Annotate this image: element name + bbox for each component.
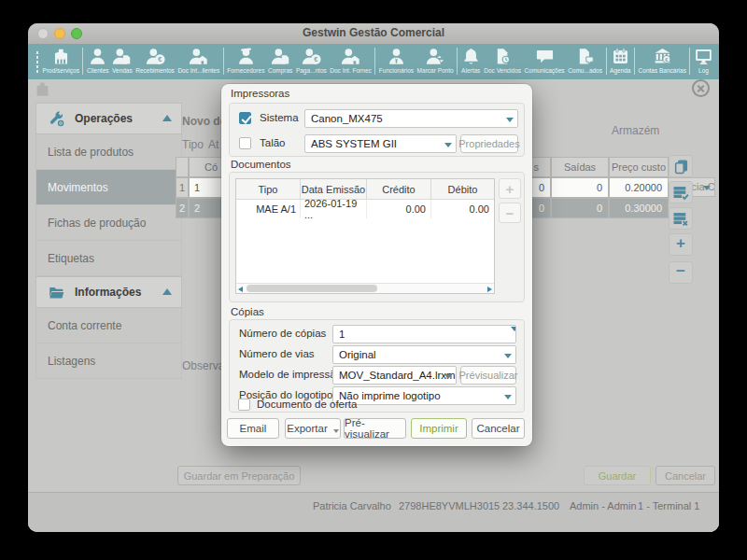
chevron-down-icon: [444, 374, 452, 379]
grid-cell-saidas[interactable]: 0: [551, 177, 609, 198]
chevron-down-icon: [504, 354, 512, 358]
col-credito[interactable]: Crédito: [367, 179, 431, 200]
grid-cell-saidas[interactable]: 0: [551, 198, 609, 218]
cancelar-button[interactable]: Cancelar: [655, 466, 715, 485]
sidebar-group-informacoes[interactable]: Informações: [35, 276, 182, 308]
sistema-checkbox[interactable]: [239, 112, 251, 124]
talao-printer-select[interactable]: ABS SYSTEM GII: [304, 134, 457, 153]
remove-document-button[interactable]: −: [499, 203, 521, 223]
col-debito[interactable]: Débito: [431, 179, 494, 200]
delete-lines-icon: [673, 211, 689, 227]
add-document-button[interactable]: +: [499, 178, 521, 199]
email-button[interactable]: Email: [227, 418, 279, 439]
horizontal-scrollbar[interactable]: [236, 283, 494, 293]
toolbar-contas-bancarias[interactable]: € Contas Bancárias: [639, 47, 686, 74]
status-admin: Admin - Admin: [570, 500, 637, 511]
sistema-printer-select[interactable]: Canon_MX475: [304, 109, 518, 128]
collapse-icon[interactable]: [162, 110, 172, 121]
toolbar-funcionarios[interactable]: Funcionários: [379, 47, 414, 74]
toolbar-doc-int-clientes[interactable]: Doc Int...lientes: [177, 47, 219, 74]
grid-cell-preco[interactable]: 0.30000: [609, 198, 669, 218]
sidebar-item-fichas-de-producao[interactable]: Fichas de produção: [35, 205, 182, 241]
grid-cell-preco[interactable]: 0.20000: [609, 177, 669, 198]
svg-text:€: €: [158, 55, 162, 63]
sidebar-item-listagens[interactable]: Listagens: [35, 343, 182, 379]
cell-debito[interactable]: 0.00: [431, 200, 494, 218]
close-view-icon[interactable]: [692, 79, 710, 97]
toolbar-drag-handle[interactable]: [35, 50, 39, 73]
exportar-button[interactable]: Exportar: [285, 418, 341, 439]
sidebar-item-movimentos[interactable]: Movimentos: [35, 170, 182, 205]
documento-oferta-label: Documento de oferta: [257, 399, 357, 410]
previsualizar-modelo-button[interactable]: Prévisualizar: [460, 366, 516, 385]
dialog-cancelar-button[interactable]: Cancelar: [472, 418, 525, 439]
confirm-lines-button[interactable]: [669, 181, 693, 203]
copies-section-title: Cópias: [231, 306, 264, 317]
chevron-down-icon: [333, 429, 339, 433]
remove-line-button[interactable]: [669, 261, 693, 284]
talao-checkbox[interactable]: [239, 137, 251, 149]
grid-row-number: 1: [176, 177, 189, 198]
scroll-left-icon[interactable]: [238, 287, 243, 292]
toolbar-agenda[interactable]: Agenda: [610, 47, 630, 74]
sidebar-item-lista-de-produtos[interactable]: Lista de produtos: [35, 134, 182, 170]
collapse-icon[interactable]: [162, 284, 172, 295]
toolbar-prod-servicos[interactable]: Prod/serviços: [43, 47, 79, 74]
person-doc-icon: [112, 47, 132, 66]
cell-tipo[interactable]: MAE A/1: [236, 200, 301, 218]
toolbar-doc-int-fornec[interactable]: Doc Int. Fornec: [330, 47, 371, 74]
person-cap-icon: [236, 47, 256, 66]
num-copias-label: Número de cópias: [239, 328, 326, 339]
cell-data-emissao[interactable]: 2026-01-19 ...: [301, 200, 367, 218]
toolbar-fornecedores[interactable]: Fornecedores: [227, 47, 264, 74]
col-data-emissao[interactable]: Data Emissão: [301, 179, 367, 200]
modelo-select[interactable]: MOV_Standard_A4.lrxml: [332, 366, 457, 385]
toolbar-separator: [374, 48, 375, 75]
delete-lines-button[interactable]: [669, 207, 693, 230]
main-toolbar: Prod/serviços Clientes Vendas € Recebime…: [28, 44, 719, 79]
module-tab-icon[interactable]: [34, 80, 51, 102]
person-euro-icon: €: [146, 47, 165, 66]
folder-icon: [48, 284, 65, 301]
sidebar-item-etiquetas[interactable]: Etiquetas: [35, 241, 182, 276]
guardar-em-preparacao-button[interactable]: Guardar em Preparação: [177, 466, 301, 485]
toolbar-log[interactable]: Log: [694, 47, 713, 74]
toolbar-alertas[interactable]: Alertas: [461, 47, 481, 74]
documento-oferta-checkbox[interactable]: [238, 399, 250, 411]
propriedades-button[interactable]: Propriedades: [460, 134, 518, 153]
num-vias-select[interactable]: Original: [332, 345, 516, 364]
pre-visualizar-button[interactable]: Pré-visualizar: [344, 418, 406, 439]
toolbar-compras[interactable]: Compras: [268, 47, 292, 74]
talao-label: Talão: [260, 137, 286, 148]
guardar-button[interactable]: Guardar: [584, 466, 651, 485]
toolbar-clientes[interactable]: Clientes: [87, 47, 108, 74]
toolbar-vendas[interactable]: Vendas: [112, 47, 133, 74]
sidebar-group-operacoes[interactable]: Operações: [35, 103, 182, 134]
copy-doc-button[interactable]: [669, 155, 693, 177]
doc-clock-icon: [493, 47, 513, 66]
col-tipo[interactable]: Tipo: [236, 179, 301, 200]
grid-col-preco-custo[interactable]: Preço custo: [609, 157, 669, 177]
toolbar-comunicacoes[interactable]: Comunicações: [525, 47, 565, 74]
scrollbar-thumb[interactable]: [247, 285, 377, 292]
sidebar-item-conta-corrente[interactable]: Conta corrente: [35, 308, 182, 343]
status-terminal: 1 - Terminal 1: [638, 500, 699, 511]
toolbar-doc-vencidos[interactable]: Doc Vencidos: [484, 47, 521, 74]
documents-section-title: Documentos: [231, 159, 291, 170]
scroll-right-icon[interactable]: [487, 287, 492, 292]
toolbar-comunicados[interactable]: Comu...ados: [568, 47, 602, 74]
status-machine-id: 2798HE8YVMLH3015: [399, 500, 500, 511]
spinner-icons[interactable]: [503, 329, 512, 343]
toolbar-recebimentos[interactable]: € Recebimentos: [135, 47, 175, 74]
toolbar-marcar-ponto[interactable]: Marcar Ponto: [417, 47, 454, 74]
grid-col-saidas[interactable]: Saídas: [551, 157, 609, 177]
num-copias-stepper[interactable]: 1: [332, 325, 516, 343]
toolbar-pagamentos[interactable]: € Paga...ntos: [296, 47, 327, 74]
imprimir-button[interactable]: Imprimir: [411, 418, 467, 439]
toolbar-separator: [223, 48, 224, 75]
add-line-button[interactable]: [669, 233, 693, 256]
cell-credito[interactable]: 0.00: [367, 200, 431, 218]
documents-table[interactable]: Tipo Data Emissão Crédito Débito MAE A/1…: [235, 178, 495, 294]
logo-select[interactable]: Não imprime logotipo: [332, 386, 516, 405]
tipo-value: At: [208, 138, 218, 151]
